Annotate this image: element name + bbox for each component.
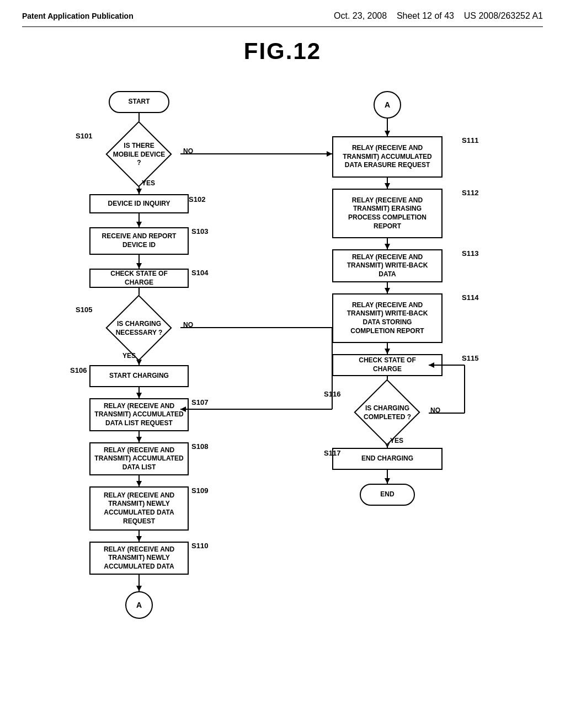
svg-marker-31 [385, 288, 390, 293]
s113-label: S113 [462, 249, 478, 258]
s114-label: S114 [462, 293, 478, 302]
s111-shape: RELAY (RECEIVE AND TRANSMIT) ACCUMULATED… [332, 136, 443, 178]
s112-shape: RELAY (RECEIVE AND TRANSMIT) ERASING PRO… [332, 189, 443, 238]
s114-shape: RELAY (RECEIVE AND TRANSMIT) WRITE-BACK … [332, 293, 443, 343]
connector-a-top: A [374, 91, 401, 119]
s116-text: IS CHARGING COMPLETED ? [353, 390, 422, 436]
s116-yes-label: YES [390, 437, 403, 445]
connector-a-bottom: A [125, 591, 153, 619]
svg-marker-17 [136, 481, 142, 486]
s112-label: S112 [462, 189, 478, 197]
s106-label: S106 [70, 366, 87, 374]
svg-marker-3 [136, 189, 142, 194]
svg-marker-21 [136, 586, 142, 591]
s105-no-label: NO [183, 321, 193, 329]
s115-shape: CHECK STATE OF CHARGE [332, 354, 443, 376]
svg-marker-39 [385, 478, 390, 484]
header-date: Oct. 23, 2008 Sheet 12 of 43 US 2008/263… [334, 11, 543, 21]
svg-marker-15 [136, 437, 142, 442]
svg-marker-23 [327, 151, 332, 157]
svg-marker-19 [136, 536, 142, 542]
s115-label: S115 [462, 354, 478, 362]
s103-shape: RECEIVE AND REPORT DEVICE ID [89, 227, 189, 255]
s110-label: S110 [191, 542, 208, 550]
s101-yes-label: YES [142, 179, 155, 187]
page: Patent Application Publication Oct. 23, … [0, 0, 565, 728]
flowchart-svg [23, 81, 542, 704]
s117-shape: END CHARGING [332, 448, 443, 470]
s108-shape: RELAY (RECEIVE AND TRANSMIT) ACCUMULATED… [89, 442, 189, 475]
s116-label: S116 [324, 390, 340, 398]
svg-marker-29 [385, 244, 390, 249]
svg-marker-25 [385, 131, 390, 136]
s102-label: S102 [189, 195, 205, 204]
s113-shape: RELAY (RECEIVE AND TRANSMIT) WRITE-BACK … [332, 249, 443, 282]
s101-label: S101 [76, 132, 92, 140]
s106-shape: START CHARGING [89, 365, 189, 387]
s101-text: IS THERE MOBILE DEVICE ? [106, 132, 172, 178]
svg-marker-33 [385, 349, 390, 354]
flowchart: START S101 IS THERE MOBILE DEVICE ? NO Y… [23, 81, 542, 704]
s111-label: S111 [462, 136, 478, 144]
s105-yes-label: YES [122, 352, 136, 360]
s105-text: IS CHARGING NECESSARY ? [106, 306, 172, 351]
svg-marker-5 [136, 222, 142, 227]
header: Patent Application Publication Oct. 23, … [22, 11, 543, 27]
s108-label: S108 [191, 442, 208, 451]
s105-label: S105 [76, 306, 92, 314]
s102-shape: DEVICE ID INQUIRY [89, 194, 189, 213]
s101-no-label: NO [183, 147, 193, 155]
s107-label: S107 [191, 398, 208, 406]
header-left: Patent Application Publication [22, 12, 134, 20]
svg-marker-13 [136, 393, 142, 398]
svg-marker-27 [385, 183, 390, 189]
s104-shape: CHECK STATE OF CHARGE [89, 269, 189, 288]
start-shape: START [109, 91, 169, 113]
svg-marker-7 [136, 263, 142, 269]
s110-shape: RELAY (RECEIVE AND TRANSMIT) NEWLY ACCUM… [89, 542, 189, 575]
figure-title: FIG.12 [22, 38, 543, 65]
s103-label: S103 [191, 227, 208, 235]
s109-shape: RELAY (RECEIVE AND TRANSMIT) NEWLY ACCUM… [89, 486, 189, 531]
s109-label: S109 [191, 486, 208, 495]
end-shape: END [360, 484, 415, 506]
s116-no-label: NO [430, 406, 440, 414]
s104-label: S104 [191, 269, 208, 277]
s107-shape: RELAY (RECEIVE AND TRANSMIT) ACCUMULATED… [89, 398, 189, 431]
